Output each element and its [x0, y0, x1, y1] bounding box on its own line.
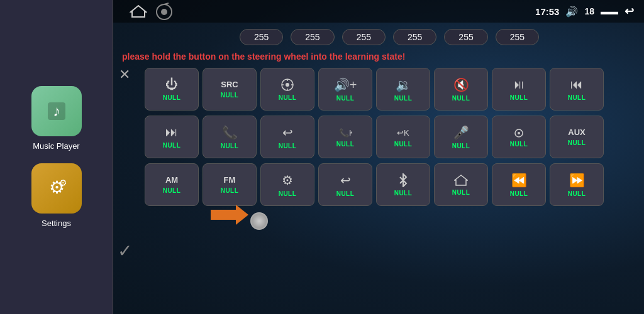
settings-ctrl-icon: ⚙: [282, 173, 293, 188]
btn-hangup-k[interactable]: ↩K NULL: [376, 116, 430, 158]
screen-icon: ▬▬: [601, 6, 618, 16]
btn-aux-label: NULL: [568, 139, 586, 146]
btn-bluetooth[interactable]: NULL: [376, 163, 430, 206]
btn-am[interactable]: AM NULL: [145, 163, 199, 206]
btn-fwd[interactable]: ⏩ NULL: [550, 163, 604, 206]
svg-point-9: [286, 83, 289, 87]
status-time: 17:53: [535, 6, 559, 17]
pill-4[interactable]: 255: [444, 29, 487, 45]
btn-settings[interactable]: ⚙ NULL: [260, 163, 314, 206]
btn-call-label: NULL: [221, 143, 239, 149]
btn-fwd-label: NULL: [568, 190, 586, 197]
svg-text:📞K: 📞K: [339, 127, 352, 138]
btn-back[interactable]: ↩ NULL: [318, 163, 372, 206]
btn-mic[interactable]: 🎤 NULL: [434, 116, 488, 158]
pill-3[interactable]: 255: [393, 29, 436, 45]
btn-aux[interactable]: AUX NULL: [550, 116, 604, 158]
back-icon[interactable]: ↩: [625, 4, 634, 18]
btn-play-pause-label: NULL: [510, 94, 528, 101]
confirm-button[interactable]: ✓: [118, 241, 132, 261]
pill-1[interactable]: 255: [291, 29, 334, 45]
volume-level: 18: [584, 6, 594, 16]
home-ctrl-icon: [454, 174, 468, 187]
content-area: ✕ ✓ 255 255 255 255 255 255 please hold …: [113, 23, 644, 314]
button-row-3: AM NULL FM NULL ⚙ NULL ↩ NULL: [145, 163, 634, 206]
next-icon: ⏭: [165, 125, 178, 139]
btn-home-label: NULL: [452, 189, 470, 196]
top-nav: [130, 3, 174, 20]
knob-control[interactable]: [250, 212, 268, 230]
call-icon: 📞: [222, 125, 238, 140]
pill-5[interactable]: 255: [496, 29, 539, 45]
pill-0[interactable]: 255: [240, 29, 283, 45]
radio-nav-icon[interactable]: [155, 3, 174, 20]
pill-2[interactable]: 255: [342, 29, 386, 45]
btn-fm[interactable]: FM NULL: [203, 163, 257, 206]
btn-src[interactable]: SRC NULL: [203, 68, 257, 111]
instruction-row: please hold the button on the steering w…: [122, 51, 634, 62]
btn-src-label: NULL: [221, 92, 239, 99]
btn-camera-label: NULL: [510, 141, 528, 148]
btn-mute-label: NULL: [452, 95, 470, 102]
rew-icon: ⏪: [511, 173, 527, 188]
btn-rew-label: NULL: [510, 190, 528, 197]
music-player-label: Music Player: [33, 141, 79, 151]
btn-vol-down[interactable]: 🔉 NULL: [376, 68, 430, 111]
power-icon: ⏻: [165, 77, 178, 92]
btn-gps[interactable]: NULL: [260, 68, 314, 111]
btn-vol-up[interactable]: 🔊+ NULL: [318, 68, 372, 111]
btn-call-k[interactable]: 📞K NULL: [318, 116, 372, 158]
btn-am-label: NULL: [163, 187, 181, 194]
pills-row: 255 255 255 255 255 255: [145, 29, 634, 45]
btn-mute[interactable]: 🔇 NULL: [434, 68, 488, 111]
btn-rew[interactable]: ⏪ NULL: [492, 163, 546, 206]
btn-next[interactable]: ⏭ NULL: [145, 116, 199, 158]
call-k-icon: 📞K: [338, 127, 352, 138]
button-row-1: ⏻ NULL SRC NULL NULL: [145, 68, 634, 111]
arrow-head: [236, 205, 248, 225]
play-pause-icon: ⏯: [513, 77, 525, 92]
hangup-icon: ↩: [282, 125, 293, 140]
mute-icon: 🔇: [453, 77, 469, 92]
back-ctrl-icon: ↩: [340, 173, 351, 188]
btn-bluetooth-label: NULL: [394, 190, 413, 197]
btn-hangup[interactable]: ↩ NULL: [260, 116, 314, 158]
settings-icon-bg: ⚙ ⚙: [31, 163, 82, 214]
btn-next-label: NULL: [163, 142, 181, 149]
arrow-indicator: [211, 205, 248, 225]
btn-power[interactable]: ⏻ NULL: [145, 68, 199, 111]
btn-prev-label: NULL: [568, 94, 586, 101]
svg-point-6: [161, 9, 167, 15]
main-panel: 17:53 🔊 18 ▬▬ ↩ ✕ ✓ 255 255 255 255 255 …: [113, 0, 644, 314]
hangup-k-icon: ↩K: [396, 127, 410, 138]
sidebar-item-music[interactable]: ♪ Music Player: [31, 86, 82, 151]
btn-vol-down-label: NULL: [394, 95, 413, 102]
btn-gps-label: NULL: [279, 94, 297, 101]
aux-icon: AUX: [568, 127, 585, 137]
home-nav-icon[interactable]: [130, 4, 147, 18]
btn-home[interactable]: NULL: [434, 163, 488, 206]
sidebar: ♪ Music Player ⚙ ⚙ Settings: [0, 0, 113, 314]
vol-down-icon: 🔉: [396, 77, 411, 92]
volume-icon: 🔊: [565, 6, 578, 18]
status-bar: 17:53 🔊 18 ▬▬ ↩: [113, 0, 644, 23]
fm-icon: FM: [224, 175, 236, 185]
svg-text:↩K: ↩K: [397, 128, 409, 138]
svg-text:⚙: ⚙: [58, 178, 67, 188]
sidebar-item-settings[interactable]: ⚙ ⚙ Settings: [31, 163, 82, 228]
src-icon: SRC: [221, 80, 238, 89]
cancel-button[interactable]: ✕: [116, 67, 133, 83]
btn-prev[interactable]: ⏮ NULL: [550, 68, 604, 111]
am-icon: AM: [165, 175, 178, 185]
svg-marker-18: [455, 175, 467, 185]
btn-call[interactable]: 📞 NULL: [203, 116, 257, 158]
btn-camera[interactable]: NULL: [492, 116, 546, 158]
vol-up-icon: 🔊+: [334, 77, 357, 92]
arrow-body: [211, 210, 236, 220]
btn-fm-label: NULL: [221, 187, 239, 194]
side-controls: ✕ ✓: [113, 60, 136, 268]
button-grid: ⏻ NULL SRC NULL NULL: [145, 68, 634, 206]
settings-label: Settings: [42, 219, 71, 228]
btn-play-pause[interactable]: ⏯ NULL: [492, 68, 546, 111]
prev-icon: ⏮: [570, 77, 583, 92]
